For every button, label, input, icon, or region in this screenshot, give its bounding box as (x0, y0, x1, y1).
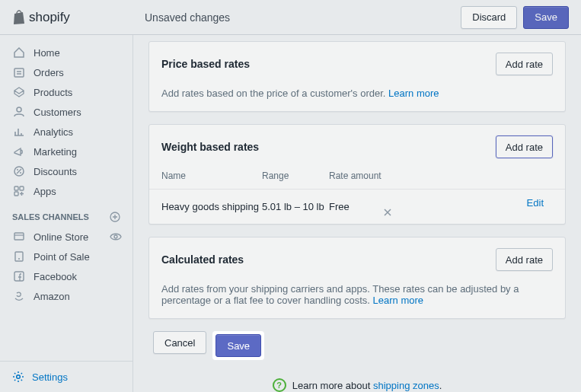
svg-rect-13 (14, 272, 24, 281)
cancel-button[interactable]: Cancel (153, 331, 206, 354)
save-button[interactable]: Save (215, 334, 261, 357)
weight-rates-title: Weight based rates (161, 141, 259, 153)
sidebar-item-marketing[interactable]: Marketing (0, 142, 132, 161)
add-price-rate-button[interactable]: Add rate (496, 53, 553, 75)
col-name: Name (161, 171, 262, 181)
sidebar-channel-online-store[interactable]: Online Store (0, 227, 132, 247)
view-store-icon[interactable] (110, 232, 122, 241)
weight-rates-card: Weight based rates Add rate Name Range R… (148, 124, 566, 225)
page-status: Unsaved changes (145, 11, 230, 24)
top-bar: shopify Unsaved changes Discard Save (0, 0, 581, 35)
sidebar-item-orders[interactable]: Orders (0, 62, 132, 82)
marketing-icon (12, 145, 26, 158)
svg-rect-7 (14, 192, 18, 196)
home-icon (12, 46, 26, 59)
sidebar-item-products[interactable]: Products (0, 82, 132, 102)
gear-icon (12, 371, 24, 383)
discard-button[interactable]: Discard (461, 6, 517, 29)
amazon-icon (12, 289, 26, 303)
footer-actions: Cancel Save (148, 331, 566, 360)
svg-point-3 (17, 169, 18, 171)
sidebar-item-apps[interactable]: Apps (0, 181, 132, 201)
save-highlight: Save (212, 331, 264, 360)
price-rates-learn-link[interactable]: Learn more (388, 88, 439, 99)
sidebar-item-label: Customers (34, 107, 81, 118)
analytics-icon (12, 125, 26, 139)
sidebar-item-label: Products (34, 87, 72, 98)
sidebar-item-customers[interactable]: Customers (0, 102, 132, 122)
brand-logo: shopify (12, 10, 70, 25)
price-rates-title: Price based rates (161, 58, 250, 70)
table-row: Heavy goods shipping 5.01 lb – 10 lb Fre… (149, 190, 565, 224)
sidebar-item-label: Facebook (34, 271, 77, 282)
rate-range: 5.01 lb – 10 lb (262, 201, 329, 212)
sidebar-item-settings[interactable]: Settings (0, 361, 132, 392)
discounts-icon (12, 164, 26, 178)
svg-rect-9 (14, 233, 24, 240)
orders-icon (12, 65, 26, 79)
sidebar-item-label: Home (34, 47, 60, 59)
sidebar-item-label: Settings (32, 371, 68, 383)
calculated-rates-learn-link[interactable]: Learn more (373, 295, 423, 306)
sidebar-item-label: Amazon (34, 291, 70, 302)
sidebar-item-label: Discounts (34, 166, 77, 177)
edit-rate-link[interactable]: Edit (527, 197, 544, 209)
col-range: Range (262, 171, 329, 181)
products-icon (12, 85, 26, 99)
sidebar-item-label: Apps (34, 186, 56, 197)
calculated-rates-card: Calculated rates Add rate Add rates from… (148, 237, 566, 319)
sidebar-item-label: Point of Sale (34, 251, 90, 263)
svg-rect-0 (14, 69, 24, 77)
add-channel-icon[interactable] (110, 212, 120, 222)
svg-point-4 (20, 172, 21, 174)
shipping-zones-link[interactable]: shipping zones (373, 380, 439, 391)
question-icon: ? (273, 378, 286, 392)
sidebar-item-label: Analytics (34, 126, 73, 138)
sidebar-channel-facebook[interactable]: Facebook (0, 266, 132, 286)
sidebar-item-home[interactable]: Home (0, 43, 132, 62)
customers-icon (12, 105, 26, 119)
rate-amount: Free (329, 201, 384, 212)
info-footer: ? Learn more about shipping zones. (148, 378, 566, 392)
price-rates-card: Price based rates Add rate Add rates bas… (148, 41, 566, 112)
svg-point-1 (17, 107, 21, 112)
svg-rect-6 (20, 186, 24, 190)
sidebar-section-label: SALES CHANNELS (12, 212, 89, 221)
sidebar-section-sales-channels: SALES CHANNELS (0, 201, 132, 227)
add-weight-rate-button[interactable]: Add rate (496, 135, 553, 158)
sidebar-channel-amazon[interactable]: Amazon (0, 286, 132, 306)
save-button-top[interactable]: Save (523, 6, 569, 29)
pos-icon (12, 250, 26, 263)
sidebar-item-discounts[interactable]: Discounts (0, 161, 132, 181)
sidebar-item-label: Marketing (34, 146, 77, 158)
add-calc-rate-button[interactable]: Add rate (496, 248, 553, 271)
sidebar-item-analytics[interactable]: Analytics (0, 122, 132, 142)
sidebar-item-label: Online Store (34, 231, 88, 243)
col-amount: Rate amount (329, 171, 384, 181)
svg-point-14 (17, 375, 21, 379)
svg-rect-5 (14, 186, 18, 190)
svg-point-10 (114, 235, 117, 238)
sidebar-item-label: Orders (34, 67, 64, 78)
online-store-icon (12, 230, 26, 244)
info-text: Learn more about (292, 380, 373, 391)
main-content: Price based rates Add rate Add rates bas… (133, 35, 581, 392)
price-rates-desc: Add rates based on the price of a custom… (161, 88, 385, 99)
delete-rate-icon[interactable] (384, 209, 553, 216)
facebook-icon (12, 269, 26, 283)
brand-name: shopify (29, 10, 70, 25)
weight-rates-table-head: Name Range Rate amount (149, 163, 565, 190)
apps-icon (12, 184, 26, 198)
shopify-bag-icon (12, 10, 26, 25)
sidebar-channel-pos[interactable]: Point of Sale (0, 247, 132, 266)
svg-rect-11 (15, 252, 23, 261)
sidebar: Home Orders Products Customers Analytics (0, 35, 133, 392)
calculated-rates-title: Calculated rates (161, 253, 244, 266)
calculated-rates-desc: Add rates from your shipping carriers an… (161, 283, 519, 306)
svg-point-12 (18, 258, 20, 260)
rate-name: Heavy goods shipping (161, 201, 262, 212)
